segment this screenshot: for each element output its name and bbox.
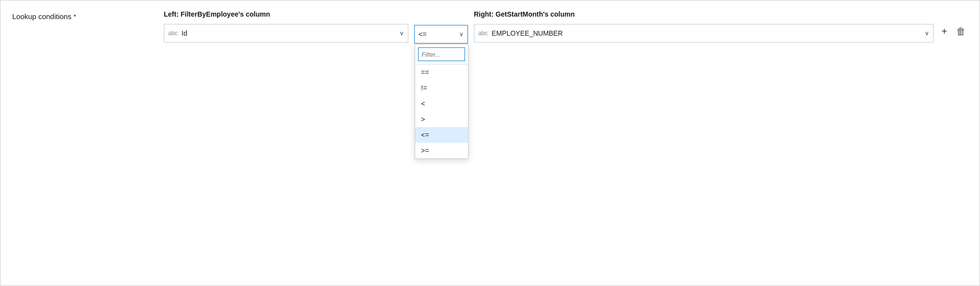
left-column-value: Id	[181, 29, 398, 37]
left-column: Left: FilterByEmployee's column abc Id ∨	[164, 10, 408, 43]
operator-dropdown[interactable]: <= ∨ == != < > <= >=	[414, 25, 468, 44]
left-column-header: Left: FilterByEmployee's column	[164, 10, 408, 18]
operator-chevron-icon: ∨	[459, 31, 464, 38]
operator-value: <=	[419, 30, 457, 38]
operator-option-eq[interactable]: ==	[415, 65, 468, 80]
left-chevron-icon: ∨	[400, 30, 404, 37]
operator-spacer	[414, 10, 468, 21]
operator-option-gt[interactable]: >	[415, 111, 468, 127]
main-content: Left: FilterByEmployee's column abc Id ∨…	[164, 10, 968, 44]
operator-option-lte[interactable]: <=	[415, 127, 468, 143]
operator-column: <= ∨ == != < > <= >=	[414, 10, 468, 44]
action-buttons: + 🗑	[939, 10, 968, 39]
operator-option-lt[interactable]: <	[415, 96, 468, 111]
required-indicator: *	[73, 12, 76, 21]
right-column-dropdown[interactable]: abc EMPLOYEE_NUMBER ∨	[474, 24, 934, 43]
lookup-conditions-label-section: Lookup conditions *	[12, 10, 164, 21]
operator-filter-input[interactable]	[418, 47, 465, 61]
add-condition-button[interactable]: +	[939, 24, 949, 39]
right-chevron-icon: ∨	[925, 30, 929, 37]
operator-option-neq[interactable]: !=	[415, 80, 468, 96]
right-column-header: Right: GetStartMonth's column	[474, 10, 934, 18]
operator-option-gte[interactable]: >=	[415, 143, 468, 158]
right-column-value: EMPLOYEE_NUMBER	[491, 29, 923, 37]
right-column: Right: GetStartMonth's column abc EMPLOY…	[474, 10, 934, 43]
right-dropdown-row: abc EMPLOYEE_NUMBER ∨	[474, 24, 934, 43]
delete-condition-button[interactable]: 🗑	[954, 24, 968, 39]
filter-input-wrap	[415, 44, 468, 65]
left-column-dropdown[interactable]: abc Id ∨	[164, 24, 408, 43]
lookup-conditions-label: Lookup conditions	[12, 12, 71, 21]
lookup-conditions-panel: Lookup conditions * Left: FilterByEmploy…	[0, 0, 980, 286]
operator-popup: == != < > <= >=	[415, 44, 468, 159]
right-type-badge: abc	[478, 30, 488, 37]
left-type-badge: abc	[168, 30, 178, 37]
